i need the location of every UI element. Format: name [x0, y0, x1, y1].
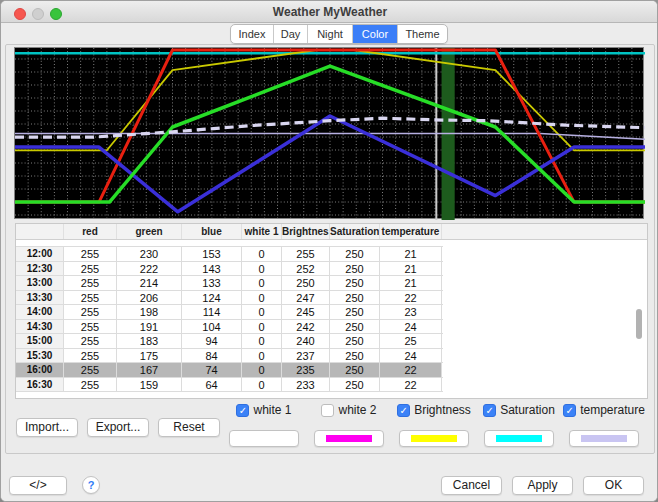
cell-1500-white-1[interactable]: 0 [242, 334, 282, 348]
row-time-label[interactable]: 12:00 [16, 247, 64, 261]
cell-1300-red[interactable]: 255 [64, 276, 117, 290]
table-row-1300[interactable]: 13:00255214133025025021 [16, 276, 443, 291]
cell-1200-red[interactable]: 255 [64, 247, 117, 261]
cell-1230-temperature[interactable]: 21 [380, 262, 442, 276]
table-row-1200[interactable]: 12:00255230153025525021 [16, 247, 443, 262]
cell-1330-green[interactable]: 206 [117, 291, 182, 305]
table-row-1500[interactable]: 15:0025518394024025025 [16, 334, 443, 349]
row-time-label[interactable]: 15:30 [16, 349, 64, 363]
cell-1200-brightness[interactable]: 255 [282, 247, 330, 261]
cell-1400-saturation[interactable]: 250 [330, 305, 380, 319]
table-row-1530[interactable]: 15:3025517584023725024 [16, 349, 443, 364]
row-time-label[interactable]: 16:00 [16, 363, 64, 377]
cell-1630-red[interactable]: 255 [64, 378, 117, 392]
cell-1530-green[interactable]: 175 [117, 349, 182, 363]
cell-1300-brightness[interactable]: 250 [282, 276, 330, 290]
table-row-1600[interactable]: 16:0025516774023525022 [16, 363, 443, 378]
reset-button[interactable]: Reset [158, 418, 220, 437]
cell-1430-white-1[interactable]: 0 [242, 320, 282, 334]
cell-1330-white-1[interactable]: 0 [242, 291, 282, 305]
column-header-brightness[interactable]: Brightness [282, 224, 330, 239]
saturation-color-swatch-button[interactable] [484, 430, 554, 447]
temperature-checkbox[interactable]: ✓temperature [569, 403, 639, 417]
cell-1530-saturation[interactable]: 250 [330, 349, 380, 363]
cell-1300-blue[interactable]: 133 [182, 276, 242, 290]
cell-1600-red[interactable]: 255 [64, 363, 117, 377]
column-header-blue[interactable]: blue [182, 224, 242, 239]
column-header-temperature[interactable]: temperature [380, 224, 442, 239]
cell-1400-blue[interactable]: 114 [182, 305, 242, 319]
cell-1330-blue[interactable]: 124 [182, 291, 242, 305]
cell-1500-green[interactable]: 183 [117, 334, 182, 348]
cell-1200-white-1[interactable]: 0 [242, 247, 282, 261]
row-time-label[interactable]: 14:30 [16, 320, 64, 334]
row-time-label[interactable]: 13:00 [16, 276, 64, 290]
cell-1600-brightness[interactable]: 235 [282, 363, 330, 377]
row-time-label[interactable]: 15:00 [16, 334, 64, 348]
column-header-red[interactable]: red [64, 224, 117, 239]
cell-1330-temperature[interactable]: 22 [380, 291, 442, 305]
table-row-1400[interactable]: 14:00255198114024525023 [16, 305, 443, 320]
cell-1630-white-1[interactable]: 0 [242, 378, 282, 392]
table-row-1130[interactable]: 11:30255222143025225021 [16, 240, 443, 247]
cell-1300-temperature[interactable]: 21 [380, 276, 442, 290]
cell-1430-temperature[interactable]: 24 [380, 320, 442, 334]
cancel-button[interactable]: Cancel [441, 476, 502, 495]
cell-1300-saturation[interactable]: 250 [330, 276, 380, 290]
cell-1400-brightness[interactable]: 245 [282, 305, 330, 319]
white-1-color-swatch-button[interactable] [229, 430, 299, 447]
cell-1230-blue[interactable]: 143 [182, 262, 242, 276]
cell-1330-red[interactable]: 255 [64, 291, 117, 305]
table-row-1230[interactable]: 12:30255222143025225021 [16, 262, 443, 277]
cell-1600-blue[interactable]: 74 [182, 363, 242, 377]
cell-1230-red[interactable]: 255 [64, 262, 117, 276]
white-2-checkbox[interactable]: white 2 [314, 403, 384, 417]
cell-1500-brightness[interactable]: 240 [282, 334, 330, 348]
cell-1500-saturation[interactable]: 250 [330, 334, 380, 348]
cell-1330-brightness[interactable]: 247 [282, 291, 330, 305]
cell-1200-saturation[interactable]: 250 [330, 247, 380, 261]
white-1-checkbox[interactable]: ✓white 1 [229, 403, 299, 417]
tab-night[interactable]: Night [308, 25, 353, 43]
saturation-checkbox[interactable]: ✓Saturation [484, 403, 554, 417]
cell-1430-saturation[interactable]: 250 [330, 320, 380, 334]
cell-1530-white-1[interactable]: 0 [242, 349, 282, 363]
cell-1400-green[interactable]: 198 [117, 305, 182, 319]
cell-1600-saturation[interactable]: 250 [330, 363, 380, 377]
cell-1400-white-1[interactable]: 0 [242, 305, 282, 319]
cell-1230-white-1[interactable]: 0 [242, 262, 282, 276]
cell-1430-brightness[interactable]: 242 [282, 320, 330, 334]
cell-1530-red[interactable]: 255 [64, 349, 117, 363]
code-view-button[interactable]: </> [9, 476, 67, 495]
cell-1600-temperature[interactable]: 22 [380, 363, 442, 377]
cell-1200-blue[interactable]: 153 [182, 247, 242, 261]
cell-1500-blue[interactable]: 94 [182, 334, 242, 348]
cell-1230-brightness[interactable]: 252 [282, 262, 330, 276]
cell-1530-blue[interactable]: 84 [182, 349, 242, 363]
ok-button[interactable]: OK [583, 476, 644, 495]
row-time-label[interactable]: 14:00 [16, 305, 64, 319]
export-button[interactable]: Export... [87, 418, 149, 437]
brightness-checkbox[interactable]: ✓Brightness [399, 403, 469, 417]
table-row-1430[interactable]: 14:30255191104024225024 [16, 320, 443, 335]
cell-1300-white-1[interactable]: 0 [242, 276, 282, 290]
cell-1630-green[interactable]: 159 [117, 378, 182, 392]
cell-1200-temperature[interactable]: 21 [380, 247, 442, 261]
row-time-label[interactable]: 16:30 [16, 378, 64, 392]
cell-1400-red[interactable]: 255 [64, 305, 117, 319]
cell-1530-temperature[interactable]: 24 [380, 349, 442, 363]
cell-1500-red[interactable]: 255 [64, 334, 117, 348]
tab-day[interactable]: Day [274, 25, 308, 43]
row-time-label[interactable]: 12:30 [16, 262, 64, 276]
cell-1600-green[interactable]: 167 [117, 363, 182, 377]
cell-1630-brightness[interactable]: 233 [282, 378, 330, 392]
table-row-1630[interactable]: 16:3025515964023325022 [16, 378, 443, 393]
vertical-scrollbar-thumb[interactable] [636, 309, 642, 339]
help-button[interactable]: ? [82, 476, 100, 494]
cell-1630-blue[interactable]: 64 [182, 378, 242, 392]
column-header-white-1[interactable]: white 1 [242, 224, 282, 239]
cell-1200-green[interactable]: 230 [117, 247, 182, 261]
apply-button[interactable]: Apply [512, 476, 573, 495]
cell-1430-green[interactable]: 191 [117, 320, 182, 334]
white-2-color-swatch-button[interactable] [314, 430, 384, 447]
